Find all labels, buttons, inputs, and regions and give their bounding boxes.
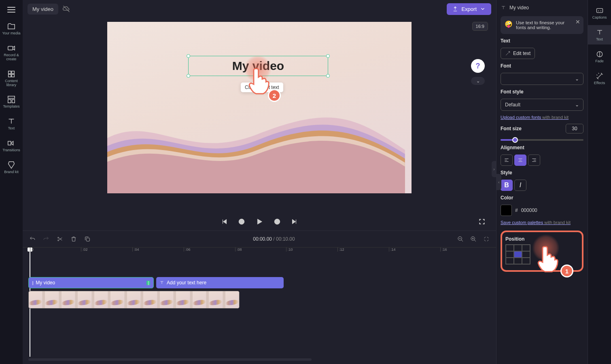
sidebar-transitions[interactable]: Transitions <box>0 136 23 155</box>
right-rail: Captions Text Fade Effects <box>588 0 611 364</box>
clip-grip-left[interactable]: || <box>32 281 33 285</box>
hamburger-menu[interactable] <box>5 3 18 16</box>
pos-tl[interactable] <box>506 245 514 251</box>
camera-icon <box>7 44 16 53</box>
track-video[interactable] <box>28 291 240 309</box>
ruler-tick: :14 <box>389 248 396 252</box>
redo-button[interactable] <box>43 236 49 242</box>
zoom-fit-button[interactable] <box>483 236 490 242</box>
italic-button[interactable]: I <box>514 180 526 191</box>
help-button[interactable]: ? <box>471 59 485 73</box>
fade-icon <box>596 50 604 58</box>
sidebar-brand-kit[interactable]: Brand kit <box>0 158 23 177</box>
sidebar-your-media[interactable]: Your media <box>0 19 23 38</box>
align-center-button[interactable] <box>514 154 526 166</box>
export-button[interactable]: Export <box>447 3 491 15</box>
hint-text: Use text to finesse your fonts and writi… <box>516 20 572 30</box>
font-section-label: Font <box>501 63 583 69</box>
sidebar-item-label: Content library <box>0 79 23 87</box>
pos-tc[interactable] <box>514 245 522 251</box>
pos-mr[interactable] <box>522 251 530 258</box>
sidebar-text[interactable]: Text <box>0 114 23 133</box>
track-text-2[interactable]: Add your text here <box>156 277 284 288</box>
rail-fade[interactable]: Fade <box>588 47 611 66</box>
upload-fonts-link[interactable]: Upload custom fonts with brand kit <box>501 115 583 120</box>
edit-text-button[interactable]: Edit text <box>501 48 535 59</box>
rail-effects[interactable]: Effects <box>588 69 611 88</box>
color-hex[interactable]: 000000 <box>521 207 537 213</box>
rail-captions[interactable]: Captions <box>588 3 611 23</box>
track-text-1[interactable]: || My video || <box>28 277 154 288</box>
tutorial-pointer-1 <box>536 244 560 273</box>
svg-rect-2 <box>12 71 14 73</box>
sidebar-content-library[interactable]: Content library <box>0 67 23 90</box>
svg-rect-6 <box>8 99 11 103</box>
align-right-button[interactable] <box>528 154 540 166</box>
svg-rect-19 <box>596 8 603 13</box>
duplicate-button[interactable] <box>84 236 91 242</box>
left-sidebar: Your media Record & create Content libra… <box>0 0 23 364</box>
canvas-area: 16:9 My video Click to edit text <box>23 18 496 214</box>
video-canvas[interactable]: My video Click to edit text 2 <box>107 22 412 193</box>
player-controls: 5 5 <box>23 214 496 231</box>
zoom-in-button[interactable] <box>470 236 477 242</box>
hash-prefix: # <box>515 207 518 213</box>
font-style-section-label: Font style <box>501 89 583 95</box>
font-style-select[interactable]: Default ⌄ <box>501 99 583 111</box>
collapse-panel-handle[interactable]: ‹ <box>496 174 501 190</box>
project-title[interactable]: My video <box>28 4 58 15</box>
aspect-ratio-badge[interactable]: 16:9 <box>472 22 488 31</box>
chevron-down-icon <box>480 6 486 12</box>
save-palettes-link[interactable]: Save custom palettes with brand kit <box>501 220 583 225</box>
pos-mc[interactable] <box>514 251 522 258</box>
sidebar-templates[interactable]: Templates <box>0 93 23 111</box>
timeline-h-scrollbar[interactable] <box>28 358 312 361</box>
font-select[interactable]: ⌄ <box>501 73 583 85</box>
rail-text[interactable]: Text <box>588 25 611 44</box>
split-button[interactable] <box>57 236 63 242</box>
clip-grip-right[interactable]: || <box>146 281 150 285</box>
font-size-input[interactable] <box>566 124 583 133</box>
ruler-tick: :06 <box>184 248 191 252</box>
color-swatch[interactable] <box>501 205 512 216</box>
skip-start-button[interactable] <box>221 218 228 227</box>
svg-rect-7 <box>12 99 15 103</box>
fullscreen-button[interactable] <box>478 218 486 227</box>
rail-label: Text <box>596 37 603 41</box>
upload-icon <box>452 6 458 12</box>
timeline-ruler[interactable]: 0:02:04:06:08:10:12:14:16 <box>23 247 496 257</box>
folder-icon <box>7 22 16 31</box>
slider-thumb[interactable] <box>512 137 518 143</box>
forward-5-button[interactable]: 5 <box>274 218 281 227</box>
pos-br[interactable] <box>522 258 530 264</box>
svg-rect-3 <box>8 74 11 77</box>
close-hint-button[interactable]: ✕ <box>575 19 580 25</box>
wave-graphic <box>107 91 405 193</box>
link-suffix: with brand kit <box>541 115 569 120</box>
cloud-off-icon[interactable] <box>62 5 70 13</box>
position-grid[interactable] <box>505 244 530 265</box>
font-size-slider[interactable] <box>501 139 583 141</box>
resize-handle-bl[interactable] <box>187 74 190 78</box>
resize-handle-tr[interactable] <box>326 54 330 58</box>
brandkit-icon <box>7 161 16 169</box>
delete-button[interactable] <box>70 236 77 242</box>
pos-bl[interactable] <box>506 258 514 264</box>
rail-label: Captions <box>592 15 607 19</box>
bold-button[interactable]: B <box>501 180 513 191</box>
pos-ml[interactable] <box>506 251 514 258</box>
resize-handle-br[interactable] <box>326 74 330 78</box>
zoom-out-button[interactable] <box>457 236 464 242</box>
align-left-button[interactable] <box>501 154 513 166</box>
rewind-5-button[interactable]: 5 <box>238 218 245 227</box>
undo-button[interactable] <box>29 236 36 242</box>
sidebar-record-create[interactable]: Record & create <box>0 41 23 64</box>
pos-bc[interactable] <box>514 258 522 264</box>
resize-handle-tl[interactable] <box>187 54 190 58</box>
scroll-down-hint[interactable]: ⌄ <box>471 77 485 85</box>
play-button[interactable] <box>255 217 264 228</box>
main-area: › My video Export 16:9 <box>23 0 496 364</box>
skip-end-button[interactable] <box>291 218 298 227</box>
pos-tr[interactable] <box>522 245 530 251</box>
svg-rect-5 <box>8 96 15 99</box>
